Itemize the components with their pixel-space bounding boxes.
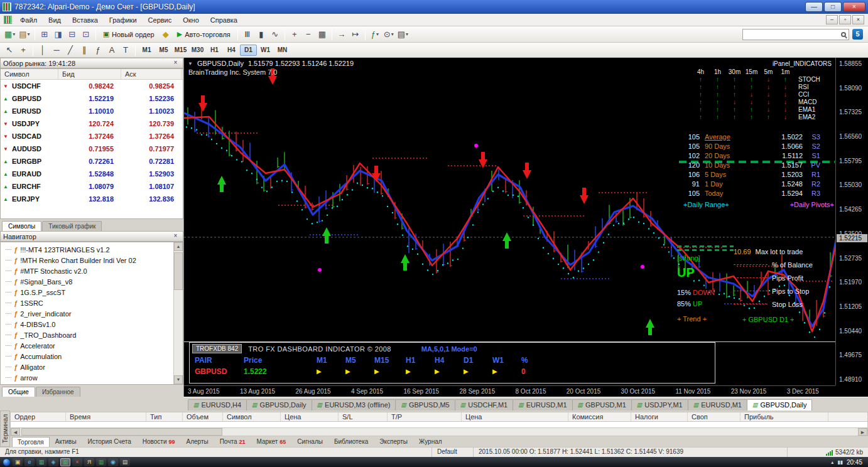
metaeditor-button[interactable]: ◆ bbox=[159, 28, 173, 41]
market-watch-tab[interactable]: Символы bbox=[2, 221, 41, 231]
chart-candles-button[interactable]: ▮ bbox=[254, 28, 268, 41]
market-watch-column-header[interactable]: Аск bbox=[121, 69, 182, 79]
taskbar-browser-icon[interactable]: e bbox=[24, 458, 35, 466]
scroll-left-icon[interactable]: ◀ bbox=[11, 428, 20, 436]
zoom-out-button[interactable]: − bbox=[301, 28, 315, 41]
chart-bars-button[interactable]: Ⅲ bbox=[241, 28, 254, 41]
new-chart-button[interactable]: ▦▾ bbox=[3, 28, 17, 41]
terminal-column-header[interactable]: Цена bbox=[462, 412, 568, 421]
system-tray[interactable]: ▴ ▮▮ 20:45 bbox=[831, 459, 865, 466]
taskbar-browser2-icon[interactable]: ◉ bbox=[108, 458, 118, 466]
navigator-item[interactable]: Alligator bbox=[6, 362, 183, 372]
terminal-column-header[interactable]: Прибыль bbox=[741, 412, 828, 421]
menu-item[interactable]: Вид bbox=[43, 15, 67, 25]
navigator-header[interactable]: Навигатор bbox=[0, 231, 183, 242]
mdi-close-button[interactable]: × bbox=[852, 15, 864, 24]
period-button[interactable]: M15 bbox=[172, 45, 189, 56]
scroll-up-icon[interactable]: ▲ bbox=[174, 242, 183, 251]
market-watch-button[interactable]: ⊞ bbox=[38, 28, 52, 41]
navigator-item[interactable]: !MTH Renko Chart Builder Indi Ver 02 bbox=[6, 255, 183, 266]
market-watch-column-header[interactable]: Бид bbox=[58, 69, 121, 79]
terminal-column-header[interactable]: Время bbox=[66, 412, 146, 421]
close-button[interactable]: × bbox=[843, 2, 865, 12]
timeframes-button[interactable]: ⊙▾ bbox=[382, 28, 396, 41]
period-button[interactable]: H4 bbox=[223, 45, 240, 56]
tile-windows-button[interactable]: ▦ bbox=[315, 28, 329, 41]
navigator-tab[interactable]: Общие bbox=[2, 387, 35, 397]
time-axis[interactable]: 3 Aug 201513 Aug 201526 Aug 20154 Sep 20… bbox=[184, 385, 835, 397]
scroll-right-icon[interactable]: ▶ bbox=[858, 428, 867, 436]
chart-tab[interactable]: GBPUSD,Daily bbox=[747, 399, 812, 411]
navigator-tab[interactable]: Избранное bbox=[36, 387, 80, 397]
navigator-item[interactable]: 2_river_indicator bbox=[6, 308, 183, 319]
period-button[interactable]: D1 bbox=[240, 45, 257, 56]
period-button[interactable]: H1 bbox=[206, 45, 223, 56]
templates-button[interactable]: ▤▾ bbox=[396, 28, 410, 41]
auto-trading-button[interactable]: ▶Авто-торговля bbox=[173, 28, 235, 41]
new-order-button[interactable]: ▣Новый ордер bbox=[99, 28, 159, 41]
market-watch-header[interactable]: Обзор рынка: 19:41:28 bbox=[0, 58, 183, 68]
menu-item[interactable]: Вставка bbox=[67, 15, 104, 25]
menu-item[interactable]: Окно bbox=[177, 15, 205, 25]
text-label-button[interactable]: A bbox=[105, 44, 119, 56]
period-button[interactable]: W1 bbox=[257, 45, 274, 56]
market-watch-row[interactable]: EURAUD 1.52848 1.52903 bbox=[1, 168, 183, 180]
terminal-column-header[interactable]: Ордер bbox=[11, 412, 66, 421]
navigator-item[interactable]: Accumulation bbox=[6, 351, 183, 362]
terminal-column-header[interactable]: Тип bbox=[146, 412, 183, 421]
tray-network-icon[interactable]: ▮▮ bbox=[837, 459, 843, 465]
terminal-tab[interactable]: Почта 21 bbox=[214, 436, 251, 447]
navigator-item[interactable]: !!!-MT4 123TRIANGLES v1.2 bbox=[6, 244, 183, 255]
navigator-item[interactable]: _TRO_Dashboard bbox=[6, 330, 183, 340]
taskbar-app-icon-6[interactable]: ▤ bbox=[120, 458, 130, 466]
period-button[interactable]: M5 bbox=[155, 45, 172, 56]
title-bar[interactable]: 7872342: Alpari-Demo - Демо Счет - [GBPU… bbox=[0, 0, 868, 14]
horizontal-line-button[interactable]: ─ bbox=[50, 44, 63, 56]
terminal-tab[interactable]: Новости 99 bbox=[137, 436, 181, 447]
navigator-item[interactable]: 1SSRC bbox=[6, 298, 183, 308]
terminal-side-tab[interactable]: Терминал bbox=[0, 411, 10, 447]
navigator-item[interactable]: #MTF Stochastic v2.0 bbox=[6, 266, 183, 276]
market-watch-close-icon[interactable] bbox=[171, 59, 180, 67]
period-button[interactable]: M1 bbox=[138, 45, 155, 56]
market-watch-row[interactable]: EURJPY 132.818 132.836 bbox=[1, 193, 183, 205]
terminal-tab[interactable]: Торговля bbox=[12, 437, 50, 447]
navigator-item[interactable]: 4-DIBSv1.0 bbox=[6, 319, 183, 330]
chart-shift-button[interactable]: ↦ bbox=[349, 28, 362, 41]
market-watch-row[interactable]: EURCHF 1.08079 1.08107 bbox=[1, 180, 183, 193]
mdi-minimize-button[interactable]: – bbox=[826, 15, 838, 24]
market-watch-row[interactable]: USDCHF 0.98242 0.98254 bbox=[1, 80, 183, 92]
status-profile-label[interactable]: Default bbox=[432, 448, 474, 457]
tray-show-hidden-icon[interactable]: ▴ bbox=[831, 459, 833, 465]
taskbar-app-icon-3[interactable]: × bbox=[72, 458, 82, 466]
mdi-restore-button[interactable]: ▫ bbox=[839, 15, 851, 24]
search-input[interactable] bbox=[742, 29, 849, 40]
chart-tab[interactable]: EURUSD,M3 (offline) bbox=[312, 399, 396, 411]
market-watch-row[interactable]: EURUSD 1.10010 1.10023 bbox=[1, 105, 183, 117]
zoom-in-button[interactable]: + bbox=[288, 28, 301, 41]
terminal-column-header[interactable]: Комиссия bbox=[568, 412, 631, 421]
chart-tab[interactable]: EURUSD,M1 bbox=[513, 399, 572, 411]
taskbar-app-icon-4[interactable]: Я bbox=[84, 458, 94, 466]
terminal-tab[interactable]: Активы bbox=[50, 436, 82, 447]
terminal-column-header[interactable]: Символ bbox=[223, 412, 281, 421]
taskbar-folder-icon[interactable]: ▣ bbox=[13, 458, 23, 466]
navigator-item[interactable]: #Signal_Bars_v8 bbox=[6, 276, 183, 287]
terminal-column-header[interactable]: Цена bbox=[281, 412, 339, 421]
chart-tab[interactable]: GBPUSD,M1 bbox=[572, 399, 632, 411]
market-watch-row[interactable]: AUDUSD 0.71955 0.71977 bbox=[1, 142, 183, 155]
terminal-tab[interactable]: Сигналы bbox=[291, 436, 328, 447]
navigator-item[interactable]: arrow bbox=[6, 372, 183, 383]
market-watch-row[interactable]: EURGBP 0.72261 0.72281 bbox=[1, 155, 183, 168]
chart-tab[interactable]: USDCHF,M1 bbox=[455, 399, 513, 411]
chart-line-button[interactable]: ∿ bbox=[268, 28, 282, 41]
navigator-close-icon[interactable] bbox=[171, 232, 180, 240]
minimize-button[interactable]: — bbox=[805, 2, 823, 12]
mql5-button[interactable]: 5 bbox=[852, 29, 863, 40]
scroll-down-icon[interactable]: ▼ bbox=[174, 375, 183, 384]
trendline-button[interactable]: ╱ bbox=[63, 44, 77, 56]
chart-tab[interactable]: GBPUSD,Daily bbox=[246, 399, 312, 411]
navigator-item[interactable]: Accelerator bbox=[6, 340, 183, 351]
menu-item[interactable]: Сервис bbox=[143, 15, 178, 25]
period-button[interactable]: MN bbox=[274, 45, 291, 56]
